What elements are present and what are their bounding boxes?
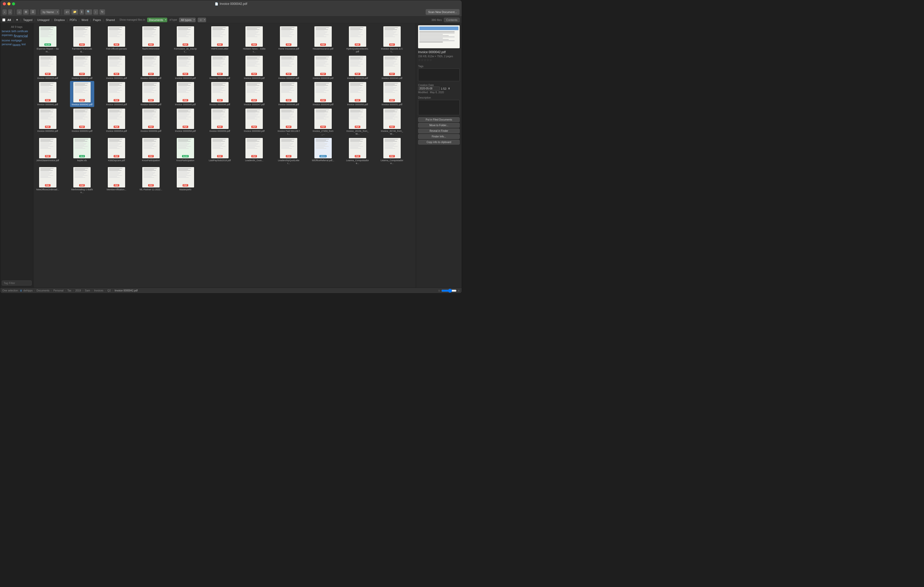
file-item[interactable]: PDFInvoice Paid 001136 fr... bbox=[277, 107, 301, 136]
tag-personal[interactable]: personal bbox=[2, 43, 12, 47]
file-item[interactable]: PDFLeadershi_Ouot... bbox=[242, 137, 266, 166]
zoom-slider[interactable] bbox=[441, 289, 457, 293]
creation-date-input[interactable] bbox=[418, 87, 440, 91]
folder-button[interactable]: 📁 bbox=[71, 9, 78, 15]
file-item[interactable]: PDFInvestor deposits & Cl... bbox=[380, 25, 404, 54]
file-item[interactable]: PDFFarmtech financials &... bbox=[70, 25, 94, 54]
file-item[interactable]: PDFInvoice 0000041.pdf bbox=[36, 81, 60, 107]
file-item[interactable]: PDFLeanna_Conquistadore... bbox=[345, 137, 370, 166]
reveal-in-finder-button[interactable]: Reveal in Finder bbox=[418, 129, 460, 133]
file-item[interactable]: PDFInvoice 0000042.pdf bbox=[70, 81, 94, 107]
tags-input-box[interactable] bbox=[418, 68, 460, 81]
put-in-filed-documents-button[interactable]: Put in Filed Documents bbox=[418, 117, 460, 122]
file-item[interactable]: PDFInvoice 0000050.pdf bbox=[345, 81, 370, 107]
file-item[interactable]: PDFInvoice 0000037.pdf bbox=[277, 55, 301, 81]
creation-time-stepper[interactable]: ⬆ bbox=[448, 87, 450, 90]
tag-button[interactable]: 🏷 bbox=[64, 9, 70, 15]
type-filter[interactable]: All types PDF XLSX DOCX bbox=[179, 18, 196, 22]
sort-dropdown[interactable]: by Name by Date by Size by Kind bbox=[40, 9, 59, 15]
filter-tagged[interactable]: Tagged bbox=[23, 18, 33, 21]
file-item[interactable]: PDFInvoice 0000045.pdf bbox=[173, 81, 197, 107]
file-item[interactable]: PDFHouseInsurance.pdf bbox=[311, 25, 335, 54]
file-item[interactable]: PDFInvoice 0000060.pdf bbox=[242, 107, 266, 136]
file-item[interactable]: PDFLastPayStub2018.pdf bbox=[208, 137, 232, 166]
filter-pages[interactable]: Pages bbox=[93, 18, 101, 21]
file-item[interactable]: PDFInvoice 0000054.pdf bbox=[104, 107, 129, 136]
file-item[interactable]: PDFInvoice 0000030.pdf bbox=[70, 55, 94, 81]
file-item[interactable]: DOCXlolOfficeReferral.pdf... bbox=[311, 137, 335, 166]
back-button[interactable]: ‹ bbox=[2, 9, 7, 15]
file-item[interactable]: PDFInvoice 0000033.pdf bbox=[173, 55, 197, 81]
file-item[interactable]: PDFNewOfficesOnBroad... bbox=[36, 166, 60, 195]
file-item[interactable]: PDFInvoice 0000038.pdf bbox=[311, 55, 335, 81]
zoom-out-icon[interactable]: ⊟ bbox=[438, 289, 440, 292]
breadcrumb-documents[interactable]: Documents bbox=[36, 289, 50, 292]
filter-untagged[interactable]: Untagged bbox=[37, 18, 50, 21]
file-item[interactable]: PDFHydroQuebecElectric.pdf bbox=[345, 25, 370, 54]
file-item[interactable]: PDFLeanna_Conquistadore... bbox=[380, 137, 404, 166]
file-item[interactable]: PDFInvoice 0000025.pdf bbox=[36, 55, 60, 81]
refresh-button[interactable]: ↻ bbox=[99, 9, 105, 15]
file-item[interactable]: PDFInvoice 0000048.pdf bbox=[277, 81, 301, 107]
filter-pdfs[interactable]: PDFs bbox=[70, 18, 77, 21]
maximize-button[interactable] bbox=[12, 2, 15, 5]
file-item[interactable]: XLSXKnoxParticipation bbox=[173, 137, 197, 166]
forward-button[interactable]: › bbox=[8, 9, 13, 15]
file-item[interactable]: PDFFed-OfficeExpenses bbox=[104, 25, 129, 54]
file-item[interactable]: PDFHolstein News – Editor... bbox=[242, 25, 266, 54]
breadcrumb-dwhipps[interactable]: dwhipps bbox=[23, 289, 33, 292]
share-button[interactable]: ↑ bbox=[93, 9, 98, 15]
file-item[interactable]: PDFInvoice 0000032.pdf bbox=[139, 55, 163, 81]
minimize-button[interactable] bbox=[7, 2, 10, 5]
search-button[interactable]: 🔍 bbox=[85, 9, 92, 15]
select-all-checkbox[interactable] bbox=[2, 18, 5, 21]
filter-dropbox[interactable]: Dropbox bbox=[54, 18, 65, 21]
breadcrumb-tax[interactable]: Tax bbox=[68, 289, 71, 292]
tag-expenses[interactable]: expenses bbox=[2, 34, 13, 38]
file-item[interactable]: PDFInvoice 0000051.pdf bbox=[380, 81, 404, 107]
filter-word[interactable]: Word bbox=[81, 18, 88, 21]
file-item[interactable]: PDFML-Partner-11-2022... bbox=[139, 166, 163, 195]
file-item[interactable]: PDFMasterpiefo bbox=[173, 166, 197, 195]
contents-button[interactable]: Contents bbox=[444, 18, 460, 22]
file-item[interactable]: PDFflashCMSinvoice bbox=[139, 25, 163, 54]
file-item[interactable]: PDFInvoice 0000052.pdf bbox=[36, 107, 60, 136]
file-item[interactable]: PDFHMHCoverLetter bbox=[208, 25, 232, 54]
home-button[interactable]: ⌂ bbox=[16, 9, 22, 15]
tag-test[interactable]: test bbox=[21, 43, 26, 47]
file-item[interactable]: PDFInvoice 0000053.pdf bbox=[70, 107, 94, 136]
tag-income[interactable]: income bbox=[2, 39, 10, 42]
folder-filter[interactable]: Documents bbox=[147, 18, 167, 22]
list-view-button[interactable]: ☰ bbox=[30, 9, 36, 15]
file-item[interactable]: XLSXExpense Report – Sam... bbox=[36, 25, 60, 54]
tag-taxes[interactable]: taxes bbox=[13, 43, 20, 47]
zoom-in-icon[interactable]: ⊞ bbox=[458, 289, 460, 292]
file-item[interactable]: PDFInvoice 0000040.pdf bbox=[380, 55, 404, 81]
file-item[interactable]: PDFFormulaire_de_inscript... bbox=[173, 25, 197, 54]
file-item[interactable]: PDFInvoice 0000031.pdf bbox=[104, 55, 129, 81]
star-filter[interactable]: ☆ ★ bbox=[198, 18, 206, 22]
scan-new-document-button[interactable]: Scan New Document... bbox=[426, 9, 460, 15]
close-button[interactable] bbox=[3, 2, 6, 5]
file-item[interactable]: PDFInvoice_35746_from_W... bbox=[380, 107, 404, 136]
file-item[interactable]: PDFInvoice 0000043.pdf bbox=[104, 81, 129, 107]
tag-mortgage[interactable]: mortgage bbox=[11, 39, 22, 42]
finder-info-button[interactable]: Finder Info... bbox=[418, 134, 460, 139]
filter-shared[interactable]: Shared bbox=[106, 18, 115, 21]
grid-view-button[interactable]: ⊞ bbox=[23, 9, 29, 15]
file-item[interactable]: PDFInvoice 0000056.pdf bbox=[139, 107, 163, 136]
file-item[interactable]: PDFInvoice 0000046.pdf bbox=[208, 81, 232, 107]
tag-birth-certificate[interactable]: birth certificate bbox=[12, 30, 28, 33]
breadcrumb-2019[interactable]: 2019 bbox=[75, 289, 81, 292]
tag-filter-input[interactable] bbox=[2, 281, 32, 286]
file-item[interactable]: PDFInvoice 0000034.pdf bbox=[208, 55, 232, 81]
file-item[interactable]: PDFMerlinMailing-1-Bathin... bbox=[70, 166, 94, 195]
file-item[interactable]: PDFKidsDaycare.pdf bbox=[104, 137, 129, 166]
file-item[interactable]: PDFKnoxParticipation bbox=[139, 137, 163, 166]
file-item[interactable]: PDFJohnGlaserinvoice.pdf bbox=[36, 137, 60, 166]
file-item[interactable]: PDFInvoice 0000039.pdf bbox=[345, 55, 370, 81]
file-item[interactable]: PDFInvoice 0000049.pdf bbox=[311, 81, 335, 107]
file-item[interactable]: PDFInvoice 0000044.pdf bbox=[139, 81, 163, 107]
file-item[interactable]: PDFInvoice 0000035.pdf bbox=[242, 55, 266, 81]
filter-all[interactable]: All bbox=[7, 18, 11, 21]
